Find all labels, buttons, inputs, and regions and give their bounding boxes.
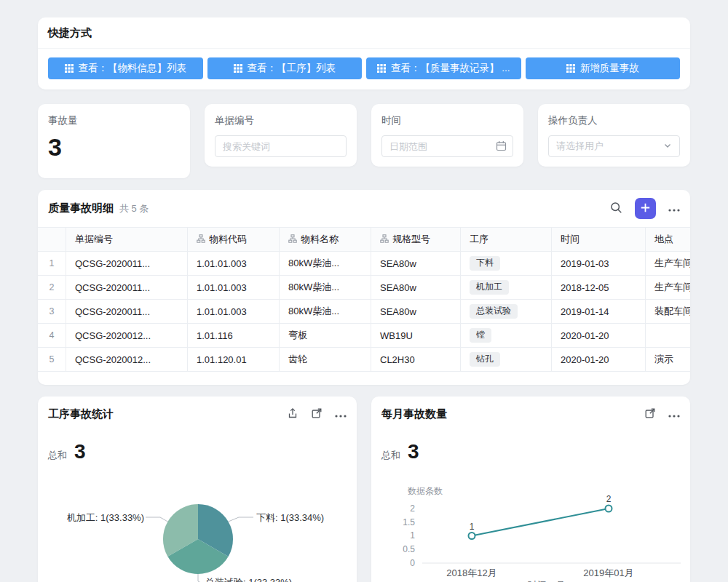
- x-tick-dec-2018: 2018年12月: [446, 567, 496, 580]
- column-header: 物料名称: [280, 228, 371, 252]
- row-index: 1: [38, 252, 66, 276]
- data-point[interactable]: [606, 506, 612, 512]
- pie-leader-line: [146, 517, 167, 522]
- row-index: 2: [38, 276, 66, 300]
- data-table-wrapper: 单据编号物料代码物料名称规格型号工序时间地点事故内容操作负责人 1QCSG-20…: [38, 227, 690, 372]
- accident-count-label: 事故量: [48, 114, 180, 127]
- owner-select-placeholder: 请选择用户: [556, 140, 604, 153]
- x-axis-title: 时间（月）: [528, 579, 575, 582]
- line-chart: [371, 484, 690, 582]
- pie-callout-assembly-test: 总装试验: 1(33.33%): [205, 576, 292, 582]
- cell-date: 2019-01-03: [552, 252, 646, 276]
- process-tag: 总装试验: [470, 304, 518, 319]
- trend-line: [472, 509, 609, 536]
- process-tag: 下料: [470, 256, 500, 271]
- column-header-label: 地点: [654, 234, 673, 244]
- shortcut-view-material-list-button[interactable]: 查看：【物料信息】列表: [48, 57, 203, 79]
- table-card-header: 质量事故明细 共 5 条: [38, 190, 690, 227]
- cell-spec-model: SEA80w: [371, 276, 461, 300]
- date-range-input[interactable]: [381, 135, 513, 157]
- monthly-accident-count-card: 每月事故数量 总和 3 数据条数 2 1.5 1 0.5 0: [371, 396, 690, 582]
- doc-number-search-input[interactable]: [215, 135, 347, 157]
- line-card-title: 每月事故数量: [381, 407, 447, 421]
- column-header-label: 时间: [561, 234, 579, 244]
- cell-doc-number: QCSG-2020011...: [66, 300, 188, 324]
- pie-callout-blanking: 下料: 1(33.34%): [256, 511, 324, 525]
- accident-count-value: 3: [48, 135, 180, 159]
- cell-material-code: 1.01.120.01: [188, 348, 280, 372]
- pie-chart: [38, 437, 357, 582]
- doc-number-filter-card: 单据编号: [205, 104, 357, 167]
- column-header-label: 物料代码: [209, 234, 247, 244]
- plus-icon: [640, 202, 651, 215]
- cell-process: 总装试验: [461, 300, 552, 324]
- cell-doc-number: QCSG-2020012...: [66, 324, 188, 348]
- more-icon: [335, 409, 347, 420]
- search-icon: [610, 202, 622, 216]
- cell-process: 钻孔: [461, 348, 552, 372]
- shortcut-add-accident-button[interactable]: 新增质量事故: [526, 57, 681, 79]
- export-button[interactable]: [287, 407, 298, 421]
- open-in-new-button[interactable]: [311, 407, 323, 421]
- cell-spec-model: SEA80w: [371, 300, 461, 324]
- owner-label: 操作负责人: [548, 114, 680, 127]
- table-row[interactable]: 2QCSG-2020011...1.01.01.00380kW柴油...SEA8…: [38, 276, 690, 300]
- column-header: 规格型号: [371, 228, 461, 252]
- cell-date: 2020-01-20: [552, 324, 646, 348]
- row-index: 4: [38, 324, 66, 348]
- line-total-label: 总和: [381, 449, 400, 462]
- cell-material-code: 1.01.01.003: [188, 252, 280, 276]
- column-header-label: 规格型号: [392, 234, 430, 244]
- chevron-down-icon: [663, 140, 672, 153]
- relation-icon: [380, 234, 389, 245]
- doc-number-label: 单据编号: [215, 114, 347, 127]
- column-header-label: 工序: [470, 234, 488, 244]
- column-header: 工序: [461, 228, 552, 252]
- record-count: 共 5 条: [119, 202, 149, 215]
- open-in-new-icon: [311, 407, 323, 421]
- add-record-button[interactable]: [635, 198, 656, 219]
- shortcut-view-accident-record-button[interactable]: 查看：【质量事故记录】 ...: [366, 57, 521, 79]
- filter-row: 事故量 3 单据编号 时间 操作负责人 请选择用户: [38, 104, 690, 178]
- calendar-icon[interactable]: [496, 140, 507, 151]
- grid-icon: [566, 64, 575, 73]
- cell-process: 下料: [461, 252, 552, 276]
- pie-card-title: 工序事故统计: [48, 407, 114, 421]
- cell-material-name: 80kW柴油...: [280, 252, 371, 276]
- owner-select[interactable]: 请选择用户: [548, 135, 680, 157]
- more-menu-button[interactable]: [668, 203, 680, 214]
- export-icon: [287, 407, 298, 421]
- process-tag: 钻孔: [470, 352, 500, 367]
- cell-place: 生产车间: [646, 276, 691, 300]
- pie-callout-machining: 机加工: 1(33.33%): [38, 511, 144, 525]
- table-row[interactable]: 5QCSG-2020012...1.01.120.01齿轮CL2H30钻孔202…: [38, 348, 690, 372]
- cell-doc-number: QCSG-2020011...: [66, 252, 188, 276]
- data-point[interactable]: [469, 533, 475, 539]
- column-header: 单据编号: [66, 228, 188, 252]
- line-total-value: 3: [408, 442, 419, 462]
- column-header-label: 单据编号: [75, 234, 113, 244]
- row-index: 3: [38, 300, 66, 324]
- cell-doc-number: QCSG-2020011...: [66, 276, 188, 300]
- shortcut-label: 查看：【物料信息】列表: [79, 62, 187, 75]
- cell-material-name: 齿轮: [280, 348, 371, 372]
- column-header: 物料代码: [188, 228, 280, 252]
- table-row[interactable]: 4QCSG-2020012...1.01.116弯板WB19U镗2020-01-…: [38, 324, 690, 348]
- cell-material-name: 80kW柴油...: [280, 276, 371, 300]
- table-row[interactable]: 3QCSG-2020011...1.01.01.00380kW柴油...SEA8…: [38, 300, 690, 324]
- process-tag: 镗: [470, 328, 491, 343]
- cell-spec-model: WB19U: [371, 324, 461, 348]
- accident-detail-card: 质量事故明细 共 5 条 单据编号物料代码物料名称规格型号工序时间地点事故内容操…: [38, 190, 690, 385]
- cell-spec-model: SEA80w: [371, 252, 461, 276]
- column-header-label: 物料名称: [301, 234, 339, 244]
- pie-leader-line: [198, 574, 202, 582]
- open-in-new-button[interactable]: [644, 407, 656, 421]
- table-row[interactable]: 1QCSG-2020011...1.01.01.00380kW柴油...SEA8…: [38, 252, 690, 276]
- search-button[interactable]: [610, 202, 622, 216]
- cell-material-code: 1.01.01.003: [188, 276, 280, 300]
- more-menu-button[interactable]: [335, 409, 347, 420]
- cell-process: 机加工: [461, 276, 552, 300]
- shortcut-view-process-list-button[interactable]: 查看：【工序】列表: [207, 57, 363, 79]
- more-menu-button[interactable]: [668, 409, 680, 420]
- table-card-title: 质量事故明细: [48, 202, 114, 215]
